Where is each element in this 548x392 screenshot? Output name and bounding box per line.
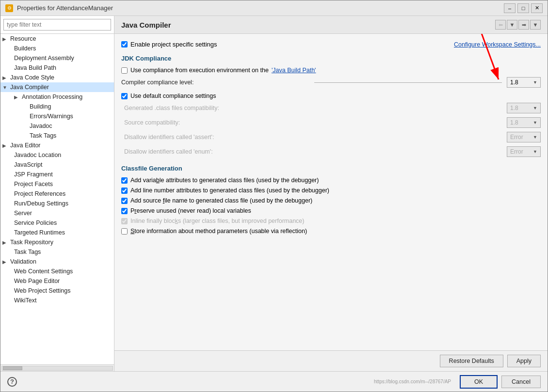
sidebar-item-builders[interactable]: Builders [0,44,114,53]
classfile-generation-section: Classfile Generation Add variable attrib… [121,165,541,235]
close-button[interactable]: ✕ [531,3,543,13]
expand-arrow: ▶ [2,75,8,80]
classfile-option-0: Add variable attributes to generated cla… [121,177,541,184]
use-execution-env-label: Use compliance from execution environmen… [130,67,269,74]
dropdown-arrow-icon: ▼ [533,106,537,110]
generated-class-dropdown[interactable]: 1.8 ▼ [507,103,541,113]
sidebar-item-javadoc-location[interactable]: Javadoc Location [0,150,114,160]
disallow-enum-label: Disallow identifiers called 'enum': [121,148,507,155]
java-build-path-link[interactable]: 'Java Build Path' [272,67,316,74]
nav-back-dropdown-button[interactable]: ▼ [507,20,517,30]
search-input[interactable] [3,19,111,31]
sidebar-item-java-compiler[interactable]: ▼ Java Compiler [0,82,114,92]
nav-back-button[interactable]: ⬅ [495,20,506,30]
search-box [0,16,114,34]
sidebar-item-javadoc[interactable]: Javadoc [0,121,114,131]
compliance-level-value: 1.8 [510,79,518,86]
window-icon: ⚙ [5,4,13,12]
source-compat-value: 1.8 [510,119,518,126]
expand-arrow: ▶ [2,240,8,245]
sidebar-item-service-policies[interactable]: Service Policies [0,218,114,228]
classfile-label-1: Add line number attributes to generated … [130,187,329,194]
sidebar-item-javascript[interactable]: JavaScript [0,160,114,170]
sidebar-item-java-editor[interactable]: ▶ Java Editor [0,141,114,150]
sidebar-item-label: Javadoc Location [14,152,61,158]
sidebar-item-deployment-assembly[interactable]: Deployment Assembly [0,53,114,63]
sidebar-item-task-tags2[interactable]: Task Tags [0,247,114,257]
sidebar-item-resource[interactable]: ▶ Resource [0,34,114,44]
use-execution-env-row: Use compliance from execution environmen… [121,67,541,74]
sidebar-item-label: Errors/Warnings [30,113,73,120]
sidebar-item-project-facets[interactable]: Project Facets [0,179,114,189]
sidebar-item-building[interactable]: Building [0,102,114,111]
sidebar-item-label: Java Build Path [14,64,56,71]
sidebar-item-web-page-editor[interactable]: Web Page Editor [0,276,114,286]
sidebar-item-project-references[interactable]: Project References [0,189,114,199]
disallow-assert-row: Disallow identifiers called 'assert': Er… [121,132,541,142]
enable-project-settings-checkbox[interactable] [121,41,128,47]
sidebar-item-server[interactable]: Server [0,208,114,218]
ok-button[interactable]: OK [460,375,498,389]
panel-title: Java Compiler [121,21,171,29]
enable-label: Enable project specific settings [130,41,217,48]
sidebar-item-validation[interactable]: ▶ Validation [0,257,114,267]
classfile-section-title: Classfile Generation [121,165,182,172]
nav-forward-dropdown-button[interactable]: ▼ [530,20,541,30]
bottom-right: https://blog.csdn.com/m--/28767/AP OK Ca… [374,375,541,389]
classfile-label-0: Add variable attributes to generated cla… [130,177,319,184]
navigation-arrows: ⬅ ▼ ➡ ▼ [495,20,541,30]
classfile-checkbox-3[interactable] [121,208,128,214]
horizontal-scrollbar[interactable] [0,364,114,371]
sidebar-item-label: Javadoc [30,123,52,129]
tree-container: ▶ Resource Builders Deployment Assembly … [0,34,114,364]
maximize-button[interactable]: □ [517,3,529,13]
dropdown-arrow-icon: ▼ [533,80,537,85]
classfile-checkbox-5[interactable] [121,228,128,235]
restore-defaults-button[interactable]: Restore Defaults [440,355,503,367]
window-controls: – □ ✕ [504,3,543,13]
sidebar-item-task-repository[interactable]: ▶ Task Repository [0,237,114,247]
sidebar-item-task-tags[interactable]: Task Tags [0,131,114,141]
disallow-assert-label: Disallow identifiers called 'assert': [121,134,507,141]
sidebar-item-wikitext[interactable]: WikiText [0,296,114,305]
panel-body: Enable project specific settings Configu… [114,34,548,350]
classfile-label-4: Inline finally blocks (larger class file… [130,218,304,224]
panel-footer: Restore Defaults Apply [114,350,548,371]
scrollbar-track [1,366,113,371]
apply-button[interactable]: Apply [507,355,541,367]
classfile-checkbox-0[interactable] [121,177,128,184]
source-compat-dropdown[interactable]: 1.8 ▼ [507,117,541,128]
bottom-bar: ? https://blog.csdn.com/m--/28767/AP OK … [0,371,548,392]
sidebar-item-label: Project References [14,190,65,197]
sidebar-item-java-code-style[interactable]: ▶ Java Code Style [0,73,114,82]
sidebar-item-web-content-settings[interactable]: Web Content Settings [0,267,114,276]
disallow-assert-dropdown[interactable]: Error ▼ [507,132,541,142]
help-button[interactable]: ? [7,377,17,387]
compliance-level-dropdown[interactable]: 1.8 ▼ [507,77,541,88]
sidebar-item-label: Web Project Settings [14,287,71,294]
sidebar-item-label: Resource [10,35,36,42]
sidebar-item-label: Java Compiler [10,84,49,91]
sidebar-item-web-project-settings[interactable]: Web Project Settings [0,286,114,296]
sidebar-item-jsp-fragment[interactable]: JSP Fragment [0,170,114,179]
minimize-button[interactable]: – [504,3,516,13]
cancel-button[interactable]: Cancel [501,376,541,388]
use-execution-env-checkbox[interactable] [121,67,128,74]
expand-arrow: ▼ [2,85,8,90]
configure-workspace-link[interactable]: Configure Workspace Settings... [454,41,541,48]
nav-forward-button[interactable]: ➡ [518,20,529,30]
disallow-enum-dropdown[interactable]: Error ▼ [507,146,541,157]
generated-class-label: Generated .class files compatibility: [121,105,507,111]
classfile-label-3: Preserve unused (never read) local varia… [130,207,251,214]
sidebar-item-label: Run/Debug Settings [14,200,68,207]
classfile-checkbox-1[interactable] [121,188,128,194]
sidebar-item-java-build-path[interactable]: Java Build Path [0,63,114,73]
sidebar-item-targeted-runtimes[interactable]: Targeted Runtimes [0,228,114,237]
bottom-left: ? [7,377,17,387]
sidebar-item-run-debug-settings[interactable]: Run/Debug Settings [0,199,114,208]
sidebar-item-errors-warnings[interactable]: Errors/Warnings [0,111,114,121]
classfile-checkbox-2[interactable] [121,198,128,204]
sidebar-item-annotation-processing[interactable]: ▶ Annotation Processing [0,92,114,102]
compliance-row: Compiler compliance level: 1.8 ▼ [121,77,541,88]
use-default-compliance-checkbox[interactable] [121,93,128,99]
